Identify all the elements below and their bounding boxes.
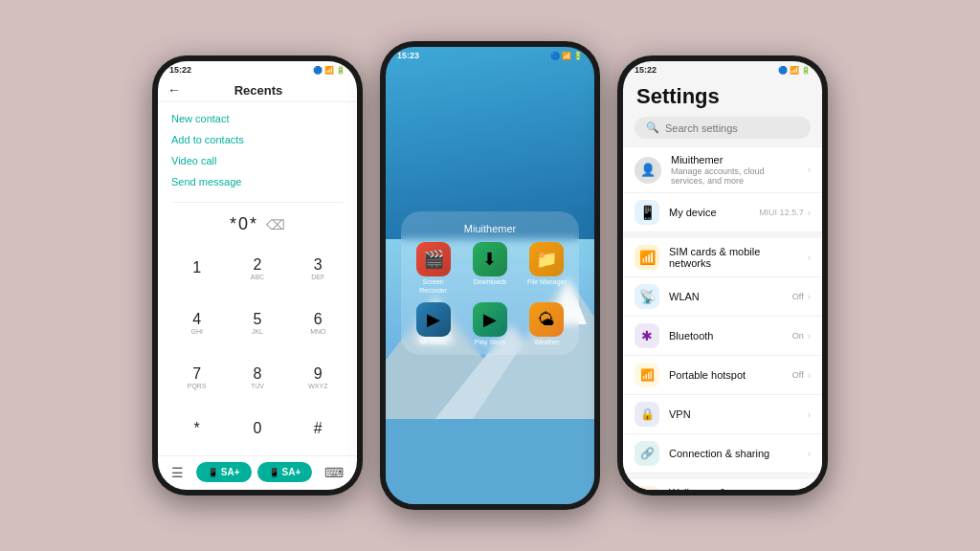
device-right: MIUI 12.5.7 ›: [759, 208, 811, 218]
hotspot-right: Off ›: [792, 370, 811, 381]
key-8[interactable]: 8TUV: [228, 351, 286, 404]
key-7[interactable]: 7PQRS: [167, 351, 226, 404]
key-6[interactable]: 6MNO: [289, 297, 347, 349]
vpn-icon: 🔒: [635, 402, 659, 427]
chevron-icon-vpn: ›: [808, 409, 811, 420]
key-hash[interactable]: #: [289, 406, 347, 452]
app-file-manager[interactable]: 📁 File Manager: [523, 242, 571, 295]
bluetooth-right: On ›: [792, 331, 811, 342]
chevron-icon-sim: ›: [808, 253, 811, 263]
connection-title: Connection & sharing: [669, 448, 798, 459]
app-screen-recorder-label: Screen Recorder: [409, 278, 457, 295]
phone-home: 15:23 🔵 📶 🔋: [380, 41, 600, 510]
hotspot-content: Portable hotspot: [669, 369, 783, 381]
bluetooth-icon: ✱: [635, 323, 659, 348]
signal-home-icon: 📶: [562, 52, 571, 60]
chevron-icon-wlan: ›: [808, 292, 811, 302]
screen-recorder-icon: 🎬: [416, 242, 451, 276]
settings-item-bluetooth[interactable]: ✱ Bluetooth On ›: [623, 317, 822, 356]
sim-content: SIM cards & mobile networks: [669, 246, 798, 269]
battery-home-icon: 🔋: [573, 52, 583, 60]
settings-item-device[interactable]: 📱 My device MIUI 12.5.7 ›: [623, 193, 822, 232]
status-time-home: 15:23: [397, 51, 419, 60]
menu-icon[interactable]: ☰: [171, 465, 184, 480]
signal-settings-icon: 📶: [790, 66, 799, 75]
key-0[interactable]: 0: [228, 406, 286, 452]
send-message-item[interactable]: Send message: [171, 171, 344, 192]
wlan-content: WLAN: [669, 291, 783, 302]
dialer-bottom: ☰ 📱 SA+ 📱 SA+ ⌨: [158, 455, 357, 490]
weather-icon: 🌤: [529, 302, 564, 337]
settings-item-account[interactable]: 👤 Miuithemer Manage accounts, cloud serv…: [623, 146, 822, 193]
settings-item-hotspot[interactable]: 📶 Portable hotspot Off ›: [623, 356, 822, 395]
dialer-title: Recents: [189, 83, 328, 98]
battery-icon: 🔋: [336, 66, 345, 75]
downloads-icon: ⬇: [473, 242, 507, 276]
status-icons-home: 🔵 📶 🔋: [550, 52, 583, 60]
device-title: My device: [669, 207, 749, 218]
key-star[interactable]: *: [167, 406, 226, 452]
search-input[interactable]: [665, 122, 799, 134]
chevron-icon-hotspot: ›: [808, 370, 811, 381]
app-play-store-label: Play Store: [475, 339, 505, 346]
settings-item-wlan[interactable]: 📡 WLAN Off ›: [623, 277, 822, 317]
back-icon[interactable]: ←: [167, 82, 181, 98]
key-1[interactable]: 1: [167, 242, 226, 295]
account-icon: 👤: [635, 157, 661, 184]
settings-list: 👤 Miuithemer Manage accounts, cloud serv…: [623, 144, 822, 490]
device-icon: 📱: [635, 200, 659, 225]
status-time: 15:22: [169, 65, 191, 75]
connection-icon: 🔗: [635, 441, 659, 466]
call-sim2-button[interactable]: 📱 SA+: [257, 462, 313, 482]
vpn-right: ›: [808, 409, 811, 420]
phone-dialer: 15:22 🔵 📶 🔋 ← Recents New contact Add to…: [152, 55, 363, 496]
key-4[interactable]: 4GHI: [167, 297, 226, 349]
bluetooth-settings-icon: 🔵: [778, 66, 788, 75]
video-call-item[interactable]: Video call: [171, 150, 344, 171]
bluetooth-icon: 🔵: [313, 66, 323, 75]
app-weather-label: Weather: [534, 339, 559, 346]
settings-item-sim[interactable]: 📶 SIM cards & mobile networks ›: [623, 238, 822, 277]
settings-title: Settings: [623, 77, 822, 113]
settings-item-vpn[interactable]: 🔒 VPN ›: [623, 395, 822, 434]
status-bar-settings: 15:22 🔵 📶 🔋: [623, 61, 822, 77]
app-play-store[interactable]: ▶ Play Store: [465, 302, 514, 346]
app-weather[interactable]: 🌤 Weather: [523, 302, 571, 346]
bluetooth-home-icon: 🔵: [550, 52, 560, 60]
divider: [171, 202, 344, 203]
delete-icon[interactable]: ⌫: [266, 217, 285, 232]
settings-item-wallpaper[interactable]: 🖼 Wallpaper & personalization ›: [623, 479, 822, 490]
status-time-settings: 15:22: [635, 65, 657, 75]
dialer-menu: New contact Add to contacts Video call S…: [158, 102, 357, 198]
connection-content: Connection & sharing: [669, 448, 798, 459]
key-2[interactable]: 2ABC: [228, 242, 286, 295]
app-screen-recorder[interactable]: 🎬 Screen Recorder: [409, 242, 457, 295]
settings-item-connection[interactable]: 🔗 Connection & sharing ›: [623, 434, 822, 474]
status-icons-settings: 🔵 📶 🔋: [778, 66, 811, 75]
app-mi-video-label: Mi Video: [420, 339, 446, 346]
connection-right: ›: [808, 449, 811, 459]
app-mi-video[interactable]: ▶ Mi Video: [409, 302, 457, 346]
chevron-icon: ›: [808, 165, 811, 175]
wallpaper-content: Wallpaper & personalization: [669, 487, 798, 490]
sim2-icon: 📱: [269, 468, 279, 477]
sim1-icon: 📱: [208, 468, 218, 477]
call-sim1-button[interactable]: 📱 SA+: [196, 462, 252, 482]
account-content: Miuithemer Manage accounts, cloud servic…: [671, 154, 798, 186]
new-contact-item[interactable]: New contact: [171, 108, 344, 129]
key-3[interactable]: 3DEF: [289, 242, 347, 295]
wlan-right: Off ›: [792, 292, 811, 302]
sim-right: ›: [808, 253, 811, 263]
dialpad-icon[interactable]: ⌨: [324, 465, 344, 480]
sim-title: SIM cards & mobile networks: [669, 246, 798, 269]
add-contacts-item[interactable]: Add to contacts: [171, 129, 344, 150]
account-title: Miuithemer: [671, 154, 798, 165]
app-downloads[interactable]: ⬇ Downloads: [465, 242, 514, 295]
search-bar[interactable]: 🔍: [635, 117, 811, 139]
key-9[interactable]: 9WXYZ: [289, 351, 347, 404]
key-5[interactable]: 5JKL: [228, 297, 286, 349]
dialer-display: *0* ⌫: [158, 207, 357, 238]
signal-icon: 📶: [324, 66, 334, 75]
device-content: My device: [669, 207, 749, 218]
dialer-header: ← Recents: [158, 77, 357, 102]
